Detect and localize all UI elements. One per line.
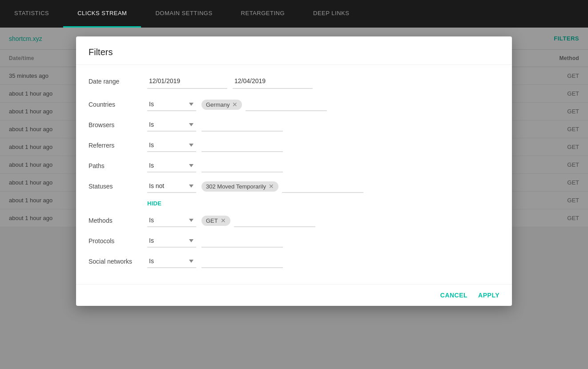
browsers-label: Browsers bbox=[89, 121, 142, 128]
modal-footer: CANCEL APPLY bbox=[76, 284, 512, 306]
statuses-tags-area: 302 Moved Temporarily ✕ bbox=[201, 180, 363, 193]
modal-overlay: Filters Date range Countries Is Is not bbox=[0, 28, 588, 369]
get-tag: GET ✕ bbox=[201, 216, 230, 226]
protocols-filter-row: Protocols Is Is not bbox=[89, 234, 499, 248]
germany-tag: Germany ✕ bbox=[201, 100, 242, 110]
countries-filter-row: Countries Is Is not Germany ✕ bbox=[89, 98, 499, 111]
protocols-operator-select[interactable]: Is Is not bbox=[147, 234, 196, 248]
cancel-button[interactable]: CANCEL bbox=[440, 292, 467, 299]
social-networks-filter-row: Social networks Is Is not bbox=[89, 255, 499, 268]
methods-input[interactable] bbox=[234, 214, 315, 227]
get-tag-remove[interactable]: ✕ bbox=[221, 217, 226, 224]
methods-tags-area: GET ✕ bbox=[201, 214, 315, 227]
social-networks-operator-select[interactable]: Is Is not bbox=[147, 255, 196, 268]
countries-label: Countries bbox=[89, 101, 142, 108]
nav-item-statistics[interactable]: STATISTICS bbox=[0, 0, 63, 28]
filters-modal: Filters Date range Countries Is Is not bbox=[76, 36, 512, 306]
hide-link[interactable]: HIDE bbox=[147, 200, 499, 207]
statuses-operator-select[interactable]: Is Is not bbox=[147, 180, 196, 193]
nav-item-domain-settings[interactable]: DOMAIN SETTINGS bbox=[141, 0, 226, 28]
nav-item-deep-links[interactable]: DEEP LINKS bbox=[299, 0, 363, 28]
paths-operator-select[interactable]: Is Is not bbox=[147, 159, 196, 172]
social-networks-input[interactable] bbox=[201, 255, 283, 268]
date-range-label: Date range bbox=[89, 78, 142, 85]
countries-input[interactable] bbox=[246, 98, 327, 111]
protocols-input[interactable] bbox=[201, 234, 283, 248]
paths-filter-row: Paths Is Is not bbox=[89, 159, 499, 172]
nav-item-retargeting[interactable]: RETARGETING bbox=[227, 0, 299, 28]
germany-tag-remove[interactable]: ✕ bbox=[232, 101, 238, 108]
methods-operator-select[interactable]: Is Is not bbox=[147, 214, 196, 227]
background-content: shortcm.xyz FILTERS Date/time Method 35 … bbox=[0, 28, 588, 369]
modal-body: Date range Countries Is Is not Germany ✕ bbox=[76, 65, 512, 284]
methods-filter-row: Methods Is Is not GET ✕ bbox=[89, 214, 499, 227]
statuses-label: Statuses bbox=[89, 183, 142, 190]
paths-label: Paths bbox=[89, 162, 142, 169]
browsers-input[interactable] bbox=[201, 118, 283, 132]
date-to-input[interactable] bbox=[233, 74, 313, 89]
date-range-row: Date range bbox=[89, 74, 499, 89]
302-tag-remove[interactable]: ✕ bbox=[269, 183, 274, 189]
referrers-label: Referrers bbox=[89, 142, 142, 149]
methods-label: Methods bbox=[89, 217, 142, 224]
date-from-input[interactable] bbox=[147, 74, 227, 89]
referrers-input[interactable] bbox=[201, 139, 283, 152]
nav-item-clicks-stream[interactable]: CLICKS STREAM bbox=[63, 0, 141, 28]
statuses-filter-row: Statuses Is Is not 302 Moved Temporarily… bbox=[89, 180, 499, 193]
germany-tag-label: Germany bbox=[206, 101, 230, 108]
get-tag-label: GET bbox=[206, 217, 218, 224]
top-navigation: STATISTICS CLICKS STREAM DOMAIN SETTINGS… bbox=[0, 0, 588, 28]
browsers-filter-row: Browsers Is Is not bbox=[89, 118, 499, 132]
modal-title: Filters bbox=[76, 36, 512, 65]
browsers-operator-select[interactable]: Is Is not bbox=[147, 118, 196, 132]
302-tag: 302 Moved Temporarily ✕ bbox=[201, 181, 278, 192]
apply-button[interactable]: APPLY bbox=[478, 292, 499, 299]
countries-tags-area: Germany ✕ bbox=[201, 98, 327, 111]
referrers-operator-select[interactable]: Is Is not bbox=[147, 139, 196, 152]
countries-operator-select[interactable]: Is Is not bbox=[147, 98, 196, 111]
statuses-input[interactable] bbox=[282, 180, 363, 193]
social-networks-label: Social networks bbox=[89, 258, 142, 265]
paths-input[interactable] bbox=[201, 159, 283, 172]
referrers-filter-row: Referrers Is Is not bbox=[89, 139, 499, 152]
protocols-label: Protocols bbox=[89, 237, 142, 245]
302-tag-label: 302 Moved Temporarily bbox=[206, 183, 266, 190]
